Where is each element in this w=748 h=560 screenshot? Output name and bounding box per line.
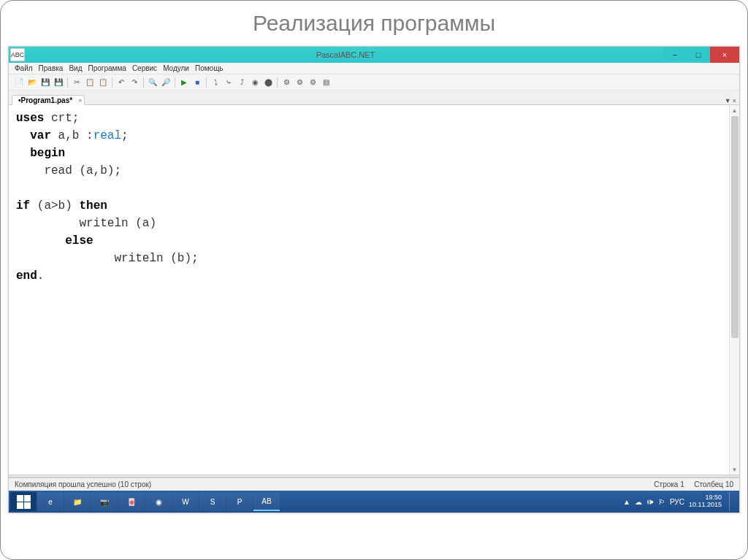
vertical-scrollbar[interactable]: ▲ ▼ xyxy=(729,105,739,475)
toolbar-separator xyxy=(67,77,68,88)
scroll-down-icon[interactable]: ▼ xyxy=(730,464,739,475)
start-button[interactable] xyxy=(10,492,37,511)
toolbar-rebuild-button[interactable]: ⚙ xyxy=(307,77,318,88)
tab-dropdown: ▼ × xyxy=(725,97,736,104)
status-column: Столбец 10 xyxy=(694,480,733,488)
taskbar-word[interactable]: W xyxy=(172,492,199,511)
minimize-button[interactable]: − xyxy=(663,47,687,63)
toolbar-stop-button[interactable]: ■ xyxy=(191,77,203,88)
toolbar-separator xyxy=(206,77,207,88)
taskbar-chrome[interactable]: ◉ xyxy=(145,492,172,511)
window-title: PascalABC.NET xyxy=(28,47,663,63)
taskbar-explorer[interactable]: 📁 xyxy=(64,492,91,511)
code-editor[interactable]: uses crt; var a,b :real; begin read (a,b… xyxy=(9,105,729,475)
toolbar-copy-button[interactable]: 📋 xyxy=(84,77,96,88)
toolbar-tracepoint-button[interactable]: ◉ xyxy=(249,77,261,88)
toolbar-new-button[interactable]: 📄 xyxy=(13,77,25,88)
menu-view[interactable]: Вид xyxy=(69,64,82,72)
taskbar-game[interactable]: 🀄 xyxy=(118,492,145,511)
toolbar-findnext-button[interactable]: 🔎 xyxy=(160,77,172,88)
toolbar-redo-button[interactable]: ↷ xyxy=(129,77,140,88)
toolbar-compile-button[interactable]: ⚙ xyxy=(280,77,292,88)
toolbar-save-button[interactable]: 💾 xyxy=(39,77,51,88)
toolbar-breakpoint-button[interactable]: ⬤ xyxy=(262,77,274,88)
tray-flag-icon[interactable]: 🏳 xyxy=(658,498,665,506)
app-window: ABC PascalABC.NET − □ × Файл Правка Вид … xyxy=(8,46,740,513)
toolbar-paste-button[interactable]: 📋 xyxy=(97,77,109,88)
statusbar: Компиляция прошла успешно (10 строк) Стр… xyxy=(9,477,739,491)
close-button[interactable]: × xyxy=(710,47,739,63)
toolbar-separator xyxy=(112,77,112,88)
scroll-thumb[interactable] xyxy=(731,116,739,338)
window-titlebar: ABC PascalABC.NET − □ × xyxy=(9,47,739,63)
app-icon: ABC xyxy=(10,48,25,61)
toolbar: 📄📂💾💾✂📋📋↶↷🔍🔎▶■⤵⤷⤴◉⬤⚙⚙⚙▤ xyxy=(9,74,739,91)
toolbar-run-button[interactable]: ▶ xyxy=(178,77,190,88)
tray-date: 10.11.2015 xyxy=(689,502,722,509)
toolbar-separator xyxy=(175,77,175,88)
windows-logo-icon xyxy=(17,495,31,509)
tab-close-all[interactable]: × xyxy=(733,97,736,104)
taskbar-camera[interactable]: 📷 xyxy=(91,492,118,511)
status-line: Строка 1 xyxy=(654,480,684,488)
toolbar-stepout-button[interactable]: ⤴ xyxy=(236,77,248,88)
taskbar-ie[interactable]: e xyxy=(37,492,64,511)
tray-volume-icon[interactable]: 🕪 xyxy=(646,498,654,506)
tabstrip: •Program1.pas* × ▼ × xyxy=(9,91,739,105)
scroll-up-icon[interactable]: ▲ xyxy=(730,105,739,115)
window-controls: − □ × xyxy=(663,47,739,63)
menu-help[interactable]: Помощь xyxy=(195,64,224,72)
taskbar-powerpoint[interactable]: P xyxy=(226,492,253,511)
code-area: uses crt; var a,b :real; begin read (a,b… xyxy=(9,105,739,475)
slide-title: Реализация программы xyxy=(8,11,740,36)
show-desktop-button[interactable] xyxy=(729,492,735,511)
editor-tab[interactable]: •Program1.pas* × xyxy=(12,95,85,105)
maximize-button[interactable]: □ xyxy=(687,47,710,63)
toolbar-separator xyxy=(143,77,144,88)
menu-service[interactable]: Сервис xyxy=(132,64,157,72)
tray-overflow-icon[interactable]: ▲ xyxy=(623,498,630,506)
taskbar-pascalabc[interactable]: AB xyxy=(253,492,280,511)
tray-language[interactable]: РУС xyxy=(670,498,684,506)
toolbar-undo-button[interactable]: ↶ xyxy=(115,77,127,88)
toolbar-separator xyxy=(277,77,278,88)
tray-cloud-icon[interactable]: ☁ xyxy=(635,498,642,506)
menu-edit[interactable]: Правка xyxy=(39,64,64,72)
taskbar: e 📁 📷 🀄 ◉ W S P AB ▲ ☁ 🕪 🏳 РУС 19:50 10.… xyxy=(9,491,739,513)
toolbar-saveall-button[interactable]: 💾 xyxy=(53,77,64,88)
toolbar-find-button[interactable]: 🔍 xyxy=(147,77,159,88)
toolbar-stepin-button[interactable]: ⤷ xyxy=(223,77,234,88)
tab-close-icon[interactable]: × xyxy=(78,97,82,104)
tray-clock[interactable]: 19:50 10.11.2015 xyxy=(689,494,722,509)
menu-program[interactable]: Программа xyxy=(88,64,126,72)
toolbar-output-button[interactable]: ▤ xyxy=(320,77,332,88)
toolbar-build-button[interactable]: ⚙ xyxy=(294,77,305,88)
tab-list-dropdown[interactable]: ▼ xyxy=(725,97,731,104)
taskbar-skype[interactable]: S xyxy=(199,492,226,511)
system-tray: ▲ ☁ 🕪 🏳 РУС 19:50 10.11.2015 xyxy=(623,492,738,511)
menubar: Файл Правка Вид Программа Сервис Модули … xyxy=(9,63,739,74)
tab-label: •Program1.pas* xyxy=(18,96,72,104)
toolbar-stepover-button[interactable]: ⤵ xyxy=(210,77,221,88)
status-message: Компиляция прошла успешно (10 строк) xyxy=(15,480,151,488)
toolbar-open-button[interactable]: 📂 xyxy=(26,77,38,88)
menu-file[interactable]: Файл xyxy=(15,64,33,72)
slide-frame: Реализация программы ABC PascalABC.NET −… xyxy=(0,0,748,560)
menu-modules[interactable]: Модули xyxy=(163,64,189,72)
toolbar-cut-button[interactable]: ✂ xyxy=(71,77,83,88)
